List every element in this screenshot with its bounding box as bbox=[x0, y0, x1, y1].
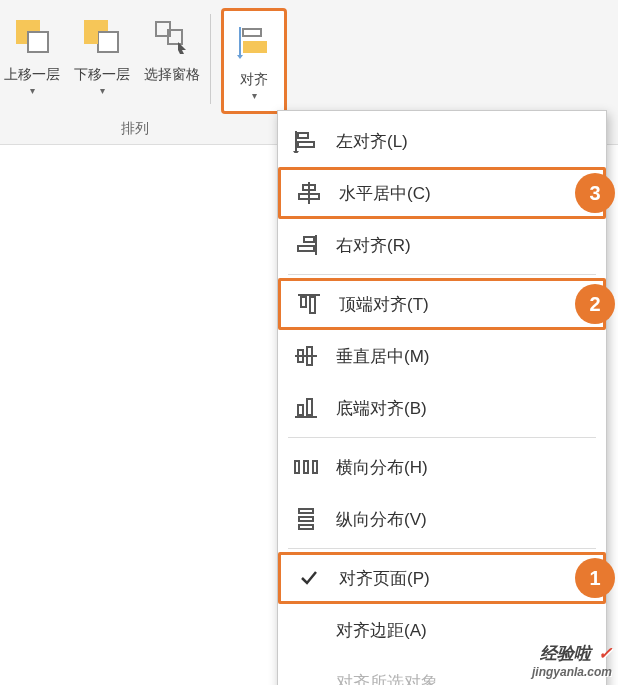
menu-separator bbox=[288, 274, 596, 275]
align-left-icon bbox=[290, 127, 322, 155]
svg-rect-33 bbox=[299, 517, 313, 521]
align-label: 对齐 bbox=[240, 71, 268, 88]
send-backward-icon bbox=[78, 12, 126, 60]
watermark-check-icon: ✓ bbox=[598, 644, 612, 663]
align-top-icon bbox=[293, 290, 325, 318]
selection-pane-label: 选择窗格 bbox=[144, 66, 200, 83]
align-center-h-icon bbox=[293, 179, 325, 207]
svg-rect-30 bbox=[304, 461, 308, 473]
svg-rect-18 bbox=[304, 237, 314, 242]
distribute-v-icon bbox=[290, 505, 322, 533]
svg-rect-12 bbox=[298, 133, 308, 138]
menu-align-right[interactable]: 右对齐(R) bbox=[278, 219, 606, 271]
menu-align-margin-label: 对齐边距(A) bbox=[336, 619, 427, 642]
menu-align-right-label: 右对齐(R) bbox=[336, 234, 411, 257]
svg-rect-1 bbox=[28, 32, 48, 52]
menu-align-top[interactable]: 顶端对齐(T) 2 bbox=[278, 278, 606, 330]
distribute-h-icon bbox=[290, 453, 322, 481]
watermark-text: 经验啦 bbox=[540, 644, 591, 663]
svg-rect-21 bbox=[301, 297, 306, 307]
svg-rect-3 bbox=[98, 32, 118, 52]
marker-2: 2 bbox=[575, 284, 615, 324]
menu-separator bbox=[288, 437, 596, 438]
send-backward-button[interactable]: 下移一层 ▾ bbox=[70, 8, 134, 114]
check-icon bbox=[293, 564, 325, 592]
align-middle-v-icon bbox=[290, 342, 322, 370]
menu-align-center-h[interactable]: 水平居中(C) 3 bbox=[278, 167, 606, 219]
caret-down-icon: ▾ bbox=[252, 90, 257, 101]
menu-align-left[interactable]: 左对齐(L) bbox=[278, 115, 606, 167]
menu-align-selected-label: 对齐所选对象 bbox=[336, 671, 438, 686]
menu-distribute-v-label: 纵向分布(V) bbox=[336, 508, 427, 531]
menu-align-middle-v[interactable]: 垂直居中(M) bbox=[278, 330, 606, 382]
svg-rect-34 bbox=[299, 525, 313, 529]
ribbon-divider bbox=[210, 14, 211, 104]
blank-icon bbox=[290, 616, 322, 644]
svg-rect-19 bbox=[298, 246, 314, 251]
align-icon bbox=[230, 17, 278, 65]
align-right-icon bbox=[290, 231, 322, 259]
bring-forward-label: 上移一层 bbox=[4, 66, 60, 83]
selection-pane-icon bbox=[148, 12, 196, 60]
svg-rect-9 bbox=[243, 29, 261, 36]
menu-align-bottom-label: 底端对齐(B) bbox=[336, 397, 427, 420]
menu-align-top-label: 顶端对齐(T) bbox=[339, 293, 429, 316]
svg-rect-27 bbox=[298, 405, 303, 415]
caret-down-icon: ▾ bbox=[30, 85, 35, 96]
send-backward-label: 下移一层 bbox=[74, 66, 130, 83]
svg-rect-13 bbox=[298, 142, 314, 147]
menu-distribute-h-label: 横向分布(H) bbox=[336, 456, 428, 479]
bring-forward-button[interactable]: 上移一层 ▾ bbox=[0, 8, 64, 114]
caret-down-icon: ▾ bbox=[100, 85, 105, 96]
align-dropdown-menu: 左对齐(L) 水平居中(C) 3 右对齐(R) 顶端对齐(T) 2 垂直居中(M… bbox=[277, 110, 607, 685]
svg-rect-29 bbox=[295, 461, 299, 473]
marker-3: 3 bbox=[575, 173, 615, 213]
menu-align-left-label: 左对齐(L) bbox=[336, 130, 408, 153]
svg-rect-10 bbox=[243, 41, 267, 53]
menu-align-center-h-label: 水平居中(C) bbox=[339, 182, 431, 205]
menu-align-middle-v-label: 垂直居中(M) bbox=[336, 345, 429, 368]
selection-pane-button[interactable]: 选择窗格 bbox=[140, 8, 204, 114]
ribbon-group-label: 排列 bbox=[0, 120, 270, 138]
bring-forward-icon bbox=[8, 12, 56, 60]
blank-icon bbox=[290, 668, 322, 685]
menu-distribute-h[interactable]: 横向分布(H) bbox=[278, 441, 606, 493]
svg-rect-22 bbox=[310, 297, 315, 313]
ribbon-buttons-row: 上移一层 ▾ 下移一层 ▾ bbox=[0, 8, 287, 114]
svg-rect-28 bbox=[307, 399, 312, 415]
watermark-url: jingyanla.com bbox=[532, 665, 612, 679]
watermark: 经验啦 ✓ jingyanla.com bbox=[532, 642, 612, 679]
align-button[interactable]: 对齐 ▾ bbox=[226, 13, 282, 105]
align-button-highlight: 对齐 ▾ bbox=[221, 8, 287, 114]
menu-separator bbox=[288, 548, 596, 549]
menu-align-page[interactable]: 对齐页面(P) 1 bbox=[278, 552, 606, 604]
menu-align-bottom[interactable]: 底端对齐(B) bbox=[278, 382, 606, 434]
svg-rect-32 bbox=[299, 509, 313, 513]
svg-rect-31 bbox=[313, 461, 317, 473]
menu-distribute-v[interactable]: 纵向分布(V) bbox=[278, 493, 606, 545]
align-bottom-icon bbox=[290, 394, 322, 422]
menu-align-page-label: 对齐页面(P) bbox=[339, 567, 430, 590]
svg-rect-5 bbox=[84, 20, 98, 44]
marker-1: 1 bbox=[575, 558, 615, 598]
